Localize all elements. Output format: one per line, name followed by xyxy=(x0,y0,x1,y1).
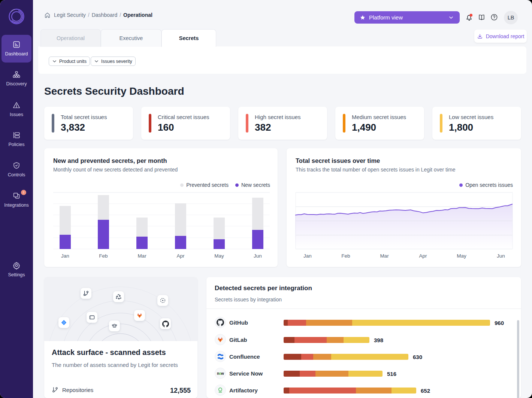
svg-text:May: May xyxy=(214,253,224,259)
svg-text:Jun: Jun xyxy=(497,253,505,259)
svg-text:Jun: Jun xyxy=(254,253,262,259)
svg-text:Apr: Apr xyxy=(176,253,185,259)
svg-text:Jan: Jan xyxy=(61,253,69,259)
svg-text:May: May xyxy=(457,253,466,259)
svg-text:Mar: Mar xyxy=(137,253,146,259)
svg-text:Feb: Feb xyxy=(99,253,108,259)
svg-text:Feb: Feb xyxy=(341,253,350,259)
svg-text:Jan: Jan xyxy=(303,253,312,259)
svg-text:Mar: Mar xyxy=(380,253,389,259)
svg-text:Apr: Apr xyxy=(419,253,427,259)
